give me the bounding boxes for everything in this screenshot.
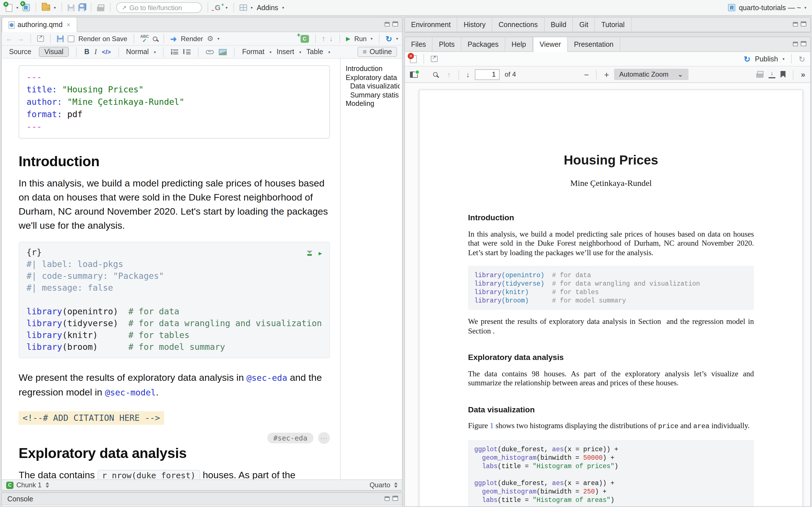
render-settings-caret-icon[interactable]: ▾ bbox=[217, 37, 219, 41]
outline-item-data-visualization[interactable]: Data visualization bbox=[346, 82, 400, 91]
viewer-maximize-icon[interactable] bbox=[801, 41, 806, 46]
popout-viewer-icon[interactable] bbox=[431, 56, 438, 62]
addins-button[interactable]: Addins bbox=[257, 4, 278, 11]
maximize-pane-icon[interactable] bbox=[393, 21, 398, 26]
inline-r-code[interactable]: r nrow(duke_forest) bbox=[98, 470, 200, 480]
pdf-next-page-icon[interactable]: ↓ bbox=[466, 70, 470, 78]
tab-git[interactable]: Git bbox=[573, 17, 595, 32]
outline-item-eda[interactable]: Exploratory data … bbox=[346, 73, 400, 82]
outline-toggle-button[interactable]: ≡ Outline bbox=[358, 47, 397, 57]
tab-close-icon[interactable]: × bbox=[66, 21, 70, 29]
console-header[interactable]: Console bbox=[2, 493, 402, 505]
outline-item-summary-statistics[interactable]: Summary statis… bbox=[346, 91, 400, 100]
numbered-list-icon[interactable] bbox=[184, 49, 191, 55]
new-file-icon[interactable] bbox=[6, 4, 12, 11]
new-file-caret-icon[interactable]: ▾ bbox=[16, 6, 18, 10]
workspace-panes-icon[interactable] bbox=[239, 4, 247, 11]
tab-presentation[interactable]: Presentation bbox=[568, 37, 620, 51]
italic-button[interactable]: I bbox=[94, 48, 97, 56]
render-button[interactable]: Render bbox=[181, 35, 203, 43]
addins-caret-icon[interactable]: ▾ bbox=[282, 6, 284, 10]
open-file-caret-icon[interactable]: ▾ bbox=[54, 6, 56, 10]
paragraph-style-caret-icon[interactable]: ▾ bbox=[154, 50, 156, 54]
console-body[interactable] bbox=[2, 505, 402, 506]
tab-environment[interactable]: Environment bbox=[405, 17, 457, 32]
pdf-zoom-in-icon[interactable]: + bbox=[604, 69, 609, 79]
project-menu[interactable]: R quarto-tutorials — ~ ▾ bbox=[728, 4, 806, 11]
tab-plots[interactable]: Plots bbox=[433, 37, 462, 51]
goto-file-function-box[interactable]: ↗ bbox=[116, 2, 202, 13]
back-icon[interactable]: ← bbox=[6, 34, 13, 43]
console-maximize-icon[interactable] bbox=[393, 496, 398, 501]
tab-tutorial[interactable]: Tutorial bbox=[595, 17, 631, 32]
spellcheck-icon[interactable]: ABC✓ bbox=[140, 35, 149, 43]
version-control-icon[interactable]: G+− bbox=[214, 3, 221, 12]
stop-viewer-icon[interactable] bbox=[410, 55, 417, 63]
code-button[interactable]: </> bbox=[102, 48, 111, 55]
pdf-viewport[interactable]: Housing Prices Mine Çetinkaya-Rundel Int… bbox=[405, 83, 810, 506]
publish-button[interactable]: Publish bbox=[755, 55, 778, 63]
tab-packages[interactable]: Packages bbox=[461, 37, 505, 51]
save-all-icon[interactable] bbox=[79, 4, 85, 11]
paragraph-style-select[interactable]: Normal bbox=[126, 48, 149, 56]
save-document-icon[interactable] bbox=[57, 35, 64, 42]
tab-viewer[interactable]: Viewer bbox=[533, 37, 568, 52]
format-menu[interactable]: Format bbox=[242, 48, 264, 56]
run-next-icon[interactable]: ↓ bbox=[329, 34, 333, 43]
run-caret-icon[interactable]: ▾ bbox=[370, 37, 372, 41]
publish-document-icon[interactable]: ↻ bbox=[386, 34, 392, 43]
console-minimize-icon[interactable] bbox=[385, 496, 390, 501]
pdf-previous-page-icon[interactable]: ↑ bbox=[447, 70, 451, 78]
open-file-icon[interactable] bbox=[42, 4, 50, 11]
pdf-bookmark-icon[interactable] bbox=[780, 71, 785, 78]
render-settings-gear-icon[interactable]: ⚙ bbox=[207, 34, 213, 43]
bold-button[interactable]: B bbox=[84, 48, 89, 56]
insert-menu[interactable]: Insert bbox=[276, 48, 294, 56]
chunk-selector-icon[interactable] bbox=[45, 482, 49, 488]
chunk-run-above-icon[interactable] bbox=[307, 251, 312, 256]
forward-icon[interactable]: → bbox=[17, 34, 24, 43]
tab-authoring-qmd[interactable]: authoring.qmd × bbox=[2, 17, 77, 32]
refresh-viewer-icon[interactable]: ↻ bbox=[799, 54, 805, 63]
goto-file-input[interactable] bbox=[130, 4, 192, 11]
visual-editor-canvas[interactable]: --- title: "Housing Prices" author: "Min… bbox=[2, 59, 340, 480]
outline-item-introduction[interactable]: Introduction bbox=[346, 65, 400, 73]
source-mode-button[interactable]: Source bbox=[7, 47, 34, 56]
pdf-search-icon[interactable] bbox=[433, 72, 438, 76]
run-button[interactable]: Run bbox=[354, 35, 366, 43]
visual-mode-button[interactable]: Visual bbox=[39, 47, 69, 57]
section-options-button[interactable]: ··· bbox=[318, 432, 330, 444]
print-icon[interactable] bbox=[97, 6, 104, 11]
chunk-position-label[interactable]: Chunk 1 bbox=[16, 481, 42, 489]
pdf-figure-link[interactable]: 1 bbox=[490, 421, 494, 430]
code-chunk-load-pkgs[interactable]: ▶ {r} #| label: load-pkgs #| code-summar… bbox=[18, 242, 330, 358]
format-selector-icon[interactable] bbox=[394, 482, 398, 488]
search-icon[interactable] bbox=[153, 36, 157, 41]
table-menu-caret-icon[interactable]: ▾ bbox=[328, 50, 330, 54]
run-previous-icon[interactable]: ↑ bbox=[322, 34, 325, 43]
cross-ref-sec-eda[interactable]: @sec-eda bbox=[246, 373, 287, 383]
image-icon[interactable] bbox=[219, 49, 227, 55]
format-menu-caret-icon[interactable]: ▾ bbox=[269, 50, 271, 54]
viewer-minimize-icon[interactable] bbox=[793, 41, 798, 46]
pdf-more-tools-icon[interactable]: » bbox=[801, 70, 805, 79]
pdf-zoom-out-icon[interactable]: − bbox=[584, 69, 589, 79]
popout-editor-icon[interactable] bbox=[37, 36, 44, 42]
pdf-download-icon[interactable] bbox=[769, 71, 775, 78]
bullet-list-icon[interactable] bbox=[171, 49, 179, 55]
tab-connections[interactable]: Connections bbox=[492, 17, 545, 32]
workspace-panes-caret-icon[interactable]: ▾ bbox=[251, 6, 253, 10]
outline-item-modeling[interactable]: Modeling bbox=[346, 100, 400, 108]
insert-chunk-icon[interactable]: C bbox=[300, 35, 309, 43]
table-menu[interactable]: Table bbox=[306, 48, 323, 56]
document-format-label[interactable]: Quarto bbox=[370, 481, 390, 489]
tab-help[interactable]: Help bbox=[505, 37, 532, 51]
publish-caret-icon[interactable]: ▾ bbox=[783, 57, 784, 61]
render-on-save-checkbox[interactable] bbox=[68, 35, 74, 42]
pdf-zoom-select[interactable]: Automatic Zoom ⌄ bbox=[614, 69, 688, 80]
cross-ref-sec-model[interactable]: @sec-model bbox=[105, 388, 156, 398]
env-maximize-icon[interactable] bbox=[801, 21, 806, 26]
tab-build[interactable]: Build bbox=[545, 17, 573, 32]
new-project-icon[interactable]: R bbox=[22, 4, 30, 11]
pdf-sidebar-toggle-icon[interactable] bbox=[410, 71, 418, 77]
